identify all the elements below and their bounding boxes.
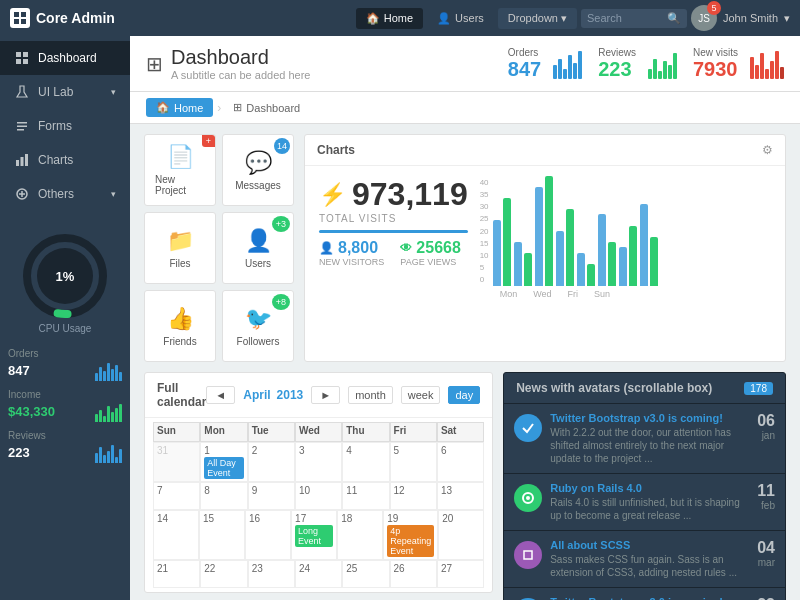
cal-cell[interactable]: 25 [342,560,389,588]
stat-label: Orders [8,348,122,359]
chevron-down-icon: ▾ [111,189,116,199]
cal-week-btn[interactable]: week [401,386,441,404]
cpu-label: CPU Usage [39,323,92,334]
breadcrumb-home[interactable]: 🏠 Home [146,98,213,117]
cal-cell[interactable]: 27 [437,560,484,588]
person-icon: 👤 [319,241,334,255]
cal-cell[interactable]: 17Long Event [291,510,337,560]
tile-users[interactable]: +3 👤 Users [222,212,294,284]
new-project-badge: + [202,135,215,147]
cal-event[interactable]: Long Event [295,525,333,547]
cal-cell[interactable]: 12 [390,482,437,510]
orders-sparkline [95,359,122,381]
cal-prev-button[interactable]: ◄ [206,386,235,404]
cal-cell[interactable]: 23 [248,560,295,588]
cal-cell[interactable]: 15 [199,510,245,560]
stat-value: 847 [8,363,30,378]
bar-chart: 40 35 30 25 20 15 10 5 0 [480,176,771,299]
cal-cell[interactable]: 4 [342,442,389,482]
news-item-title[interactable]: Twitter Bootstrap v3.0 is coming! [550,412,749,424]
tile-messages[interactable]: 14 💬 Messages [222,134,294,206]
news-item-title[interactable]: All about SCSS [550,539,749,551]
cal-cell[interactable]: 14 [153,510,199,560]
cal-cell[interactable]: 21 [153,560,200,588]
cal-cell[interactable]: 6 [437,442,484,482]
cal-cell[interactable]: 5 [390,442,437,482]
cal-cell[interactable]: 10 [295,482,342,510]
cal-event[interactable]: All Day Event [204,457,243,479]
user-area: JS 5 John Smith ▾ [691,5,790,31]
cal-cell[interactable]: 16 [245,510,291,560]
cal-cell[interactable]: 2 [248,442,295,482]
cal-cell[interactable]: 26 [390,560,437,588]
cal-cell[interactable]: 9 [248,482,295,510]
cal-next-button[interactable]: ► [311,386,340,404]
x-label-fri: Fri [568,289,579,299]
sidebar-item-uilab[interactable]: UI Lab ▾ [0,75,130,109]
calendar-col: Full calendar ◄ April 2013 ► month week [144,372,493,600]
news-item: Twitter Bootstrap v3.0 is coming! With 2… [504,404,785,474]
cal-cell[interactable]: 194p Repeating Event [383,510,438,560]
cal-cell[interactable]: 31 [153,442,200,482]
cal-cell[interactable]: 20 [438,510,484,560]
brand-icon [10,8,30,28]
document-icon: 📄 [167,144,194,170]
sidebar-item-dashboard[interactable]: Dashboard [0,41,130,75]
nav-dropdown[interactable]: Dropdown ▾ [498,8,577,29]
cal-cell[interactable]: 7 [153,482,200,510]
sidebar-item-charts[interactable]: Charts [0,143,130,177]
cal-event[interactable]: 4p Repeating Event [387,525,434,557]
tile-friends[interactable]: 👍 Friends [144,290,216,362]
stat-label: New visits [693,47,738,58]
breadcrumb-current: ⊞ Dashboard [225,98,308,117]
nav-users[interactable]: 👤 Users [427,8,494,29]
header-stat-visits: New visits 7930 [693,47,784,81]
tile-files[interactable]: 📁 Files [144,212,216,284]
nav-links: 🏠 Home 👤 Users Dropdown ▾ 🔍 JS 5 John Sm… [356,5,790,31]
sidebar: Dashboard UI Lab ▾ Forms Charts Others [0,36,130,600]
sidebar-item-forms[interactable]: Forms [0,109,130,143]
cal-month-btn[interactable]: month [348,386,393,404]
tile-new-project[interactable]: + 📄 New Project [144,134,216,206]
cal-cell[interactable]: 18 [337,510,383,560]
cal-header-wed: Wed [295,422,342,442]
sidebar-item-others[interactable]: Others ▾ [0,177,130,211]
sub-stat-value: 👤 8,800 [319,239,384,257]
svg-rect-3 [21,19,26,24]
svg-point-21 [526,496,530,500]
cal-cell[interactable]: 11 [342,482,389,510]
news-date-num: 04 [757,539,775,557]
news-item-title[interactable]: Twitter Bootstrap v3.0 is coming! [550,596,749,600]
search-input[interactable] [587,12,667,24]
bar-group [577,253,595,286]
cal-day-btn[interactable]: day [448,386,480,404]
cal-week-2: 7 8 9 10 11 12 13 [153,482,484,510]
cal-cell[interactable]: 3 [295,442,342,482]
user-name: John Smith [723,12,778,24]
svg-rect-11 [16,160,19,166]
news-icon [514,484,542,512]
cal-header-row: Sun Mon Tue Wed Thu Fri Sat [153,422,484,442]
news-item-text: Rails 4.0 is still unfinished, but it is… [550,496,749,522]
breadcrumb-icon: ⊞ [233,101,242,114]
cal-cell[interactable]: 24 [295,560,342,588]
tile-followers[interactable]: +8 🐦 Followers [222,290,294,362]
svg-rect-6 [16,59,21,64]
cal-cell[interactable]: 8 [200,482,247,510]
nav-home[interactable]: 🏠 Home [356,8,423,29]
news-date-month: mar [757,557,775,568]
cal-cell[interactable]: 13 [437,482,484,510]
two-col-row: Full calendar ◄ April 2013 ► month week [144,372,786,600]
page-title: Dashboard [171,46,310,69]
cal-cell[interactable]: 1All Day Event [200,442,247,482]
svg-rect-0 [14,12,19,17]
page-subtitle: A subtitle can be added here [171,69,310,81]
svg-rect-8 [17,122,27,124]
search-box: 🔍 [581,9,687,28]
stat-value: $43,330 [8,404,55,419]
gauge-value: 1% [56,269,75,284]
cal-header-thu: Thu [342,422,389,442]
gear-button[interactable]: ⚙ [762,143,773,157]
news-item-title[interactable]: Ruby on Rails 4.0 [550,482,749,494]
cal-cell[interactable]: 22 [200,560,247,588]
